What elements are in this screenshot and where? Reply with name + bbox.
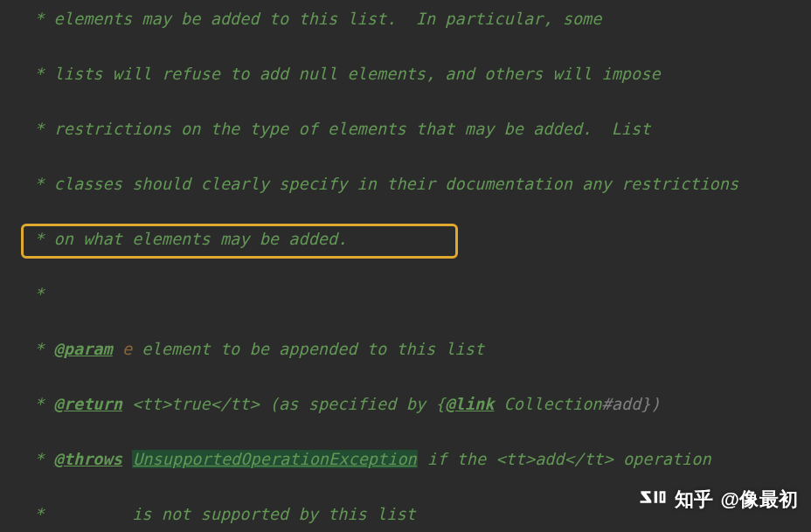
doc-line: * restrictions on the type of elements t… (0, 115, 811, 143)
param-name: e (122, 340, 132, 358)
doc-line: * classes should clearly specify in thei… (0, 170, 811, 198)
doc-line: * elements may be added to this list. In… (0, 5, 811, 33)
param-tag: @param (54, 340, 113, 358)
javadoc-block: * elements may be added to this list. In… (0, 0, 811, 532)
doc-line: * (0, 280, 811, 308)
code-editor-viewport: * elements may be added to this list. In… (0, 0, 811, 532)
doc-return-line: * @return <tt>true</tt> (as specified by… (0, 390, 811, 418)
return-tag: @return (54, 395, 122, 413)
doc-param-line: * @param e element to be appended to thi… (0, 335, 811, 363)
doc-line: * on what elements may be added. (0, 225, 811, 253)
zhihu-handle: @像最初 (721, 487, 799, 513)
zhihu-logo-icon (638, 488, 668, 511)
link-tag: @link (445, 395, 494, 413)
selected-exception[interactable]: UnsupportedOperationException (132, 450, 418, 468)
throws-tag: @throws (54, 450, 122, 468)
doc-line: * lists will refuse to add null elements… (0, 60, 811, 88)
doc-throws-line-1: * @throws UnsupportedOperationException … (0, 446, 811, 473)
zhihu-watermark: 知乎 @像最初 (638, 487, 799, 513)
zhihu-brand-text: 知乎 (675, 487, 714, 513)
